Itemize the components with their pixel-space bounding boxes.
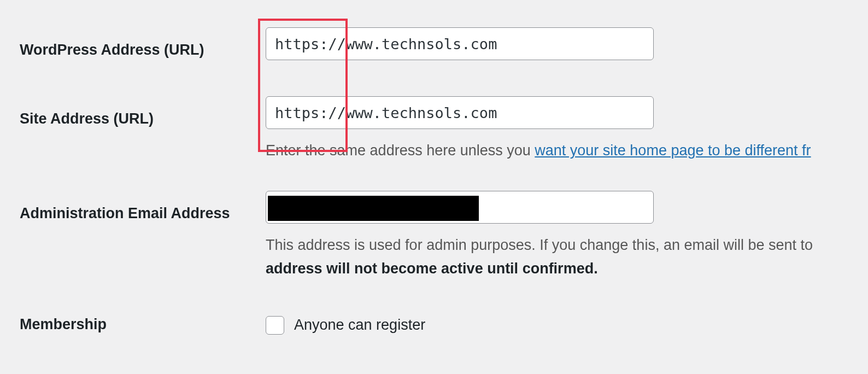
membership-checkbox[interactable] (266, 316, 284, 335)
membership-checkbox-label: Anyone can register (294, 317, 425, 334)
admin-email-label: Administration Email Address (20, 205, 230, 221)
help-strong: address will not become active until con… (266, 260, 598, 277)
field-col: This address is used for admin purposes.… (266, 191, 868, 280)
admin-email-row: Administration Email Address This addres… (20, 191, 868, 280)
wordpress-address-row: WordPress Address (URL) (20, 27, 868, 60)
label-col: WordPress Address (URL) (20, 27, 266, 59)
admin-email-help: This address is used for admin purposes.… (266, 233, 868, 280)
site-address-row: Site Address (URL) Enter the same addres… (20, 96, 868, 162)
help-text: Enter the same address here unless you (266, 142, 535, 159)
field-col: Enter the same address here unless you w… (266, 96, 868, 162)
admin-email-input[interactable] (266, 191, 654, 224)
label-col: Administration Email Address (20, 191, 266, 222)
field-col (266, 27, 868, 60)
site-address-label: Site Address (URL) (20, 110, 154, 127)
field-col: Anyone can register (266, 314, 868, 335)
site-address-help-link[interactable]: want your site home page to be different… (535, 142, 811, 159)
settings-form: WordPress Address (URL) Site Address (UR… (20, 27, 868, 335)
site-address-help: Enter the same address here unless you w… (266, 139, 868, 162)
wordpress-address-input[interactable] (266, 27, 654, 60)
wordpress-address-label: WordPress Address (URL) (20, 42, 204, 58)
label-col: Membership (20, 314, 266, 333)
membership-checkbox-wrap: Anyone can register (266, 314, 868, 335)
membership-label: Membership (20, 316, 107, 332)
help-text: This address is used for admin purposes.… (266, 237, 813, 253)
membership-row: Membership Anyone can register (20, 314, 868, 335)
label-col: Site Address (URL) (20, 96, 266, 127)
site-address-input[interactable] (266, 96, 654, 129)
